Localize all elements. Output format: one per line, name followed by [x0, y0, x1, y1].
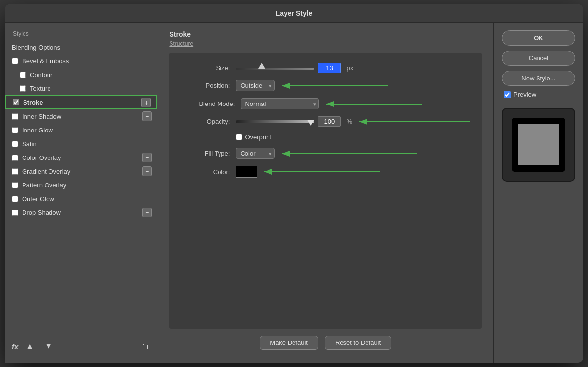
position-row: Position: Outside Inside Center	[181, 80, 470, 91]
opacity-arrow	[357, 117, 470, 126]
sidebar-item-label: Drop Shadow	[22, 209, 150, 216]
sidebar-item-label: Outer Glow	[22, 195, 150, 203]
overprint-checkbox[interactable]	[236, 134, 242, 140]
pattern-overlay-checkbox[interactable]	[12, 182, 18, 188]
delete-button[interactable]: 🗑	[142, 342, 150, 351]
overprint-label: Overprint	[245, 133, 271, 141]
size-label: Size:	[181, 64, 230, 72]
sidebar-item-blending-options[interactable]: Blending Options	[5, 40, 157, 54]
sidebar-item-inner-glow[interactable]: Inner Glow	[5, 123, 157, 137]
opacity-slider-track[interactable]	[236, 118, 314, 125]
sidebar-item-label: Contour	[30, 71, 150, 79]
content-panel: Size: 13 px Position:	[169, 53, 482, 329]
blend-mode-select[interactable]: Normal Multiply Screen Overlay	[241, 98, 319, 109]
position-arrow	[280, 81, 388, 90]
sidebar-item-label: Blending Options	[12, 44, 150, 51]
blend-mode-arrow	[324, 100, 422, 108]
size-slider-track[interactable]	[236, 65, 314, 72]
position-select-wrapper: Outside Inside Center	[236, 80, 275, 91]
reset-to-default-button[interactable]: Reset to Default	[325, 336, 391, 350]
overprint-checkbox-row: Overprint	[236, 133, 271, 141]
blend-mode-label: Blend Mode:	[181, 100, 235, 107]
size-slider-thumb[interactable]	[258, 63, 265, 69]
preview-checkbox[interactable]	[504, 91, 511, 98]
color-overlay-plus-button[interactable]: +	[142, 153, 152, 162]
sidebar-item-color-overlay[interactable]: Color Overlay +	[5, 151, 157, 164]
opacity-slider-thumb[interactable]	[307, 120, 314, 126]
outer-glow-checkbox[interactable]	[12, 196, 18, 202]
inner-glow-checkbox[interactable]	[12, 127, 18, 133]
opacity-input[interactable]: 100	[318, 116, 341, 127]
drop-shadow-plus-button[interactable]: +	[142, 208, 152, 217]
sidebar-footer: fx ▲ ▼ 🗑	[5, 335, 157, 358]
overprint-row: Overprint	[181, 133, 470, 141]
fill-type-select-wrapper: Color Gradient Pattern	[236, 148, 275, 159]
gradient-overlay-checkbox[interactable]	[12, 168, 18, 175]
right-panel: OK Cancel New Style... Preview	[493, 23, 583, 363]
fill-type-arrow	[280, 149, 417, 158]
sidebar-header: Styles	[5, 27, 157, 40]
sidebar-item-label: Stroke	[23, 99, 149, 106]
sidebar-item-stroke[interactable]: Stroke +	[5, 95, 157, 109]
inner-shadow-plus-button[interactable]: +	[142, 111, 152, 121]
inner-shadow-checkbox[interactable]	[12, 113, 18, 120]
new-style-button[interactable]: New Style...	[502, 71, 575, 86]
fill-type-row: Fill Type: Color Gradient Pattern	[181, 148, 470, 159]
color-swatch[interactable]	[236, 166, 257, 178]
structure-subtitle: Structure	[169, 40, 482, 47]
position-select[interactable]: Outside Inside Center	[236, 80, 275, 91]
blend-mode-row: Blend Mode: Normal Multiply Screen Overl…	[181, 98, 470, 109]
sidebar-item-pattern-overlay[interactable]: Pattern Overlay	[5, 178, 157, 192]
position-label: Position:	[181, 82, 230, 89]
opacity-label: Opacity:	[181, 118, 230, 125]
sidebar-item-texture[interactable]: Texture	[5, 81, 157, 95]
ok-button[interactable]: OK	[502, 30, 575, 46]
fill-type-label: Fill Type:	[181, 150, 230, 157]
sidebar-item-bevel-emboss[interactable]: Bevel & Emboss	[5, 54, 157, 68]
sidebar-item-label: Bevel & Emboss	[22, 57, 150, 65]
section-title: Stroke	[169, 30, 482, 38]
fill-type-select[interactable]: Color Gradient Pattern	[236, 148, 275, 159]
move-up-button[interactable]: ▲	[23, 340, 37, 353]
sidebar-item-label: Pattern Overlay	[22, 182, 150, 189]
fx-label: fx	[12, 342, 18, 351]
stroke-checkbox[interactable]	[13, 99, 19, 105]
color-overlay-checkbox[interactable]	[12, 155, 18, 161]
size-unit: px	[346, 64, 353, 72]
contour-checkbox[interactable]	[20, 72, 26, 78]
opacity-row: Opacity: 100 %	[181, 116, 470, 127]
preview-label: Preview	[514, 91, 536, 98]
main-content: Stroke Structure Size: 13 px	[157, 23, 493, 363]
sidebar-item-inner-shadow[interactable]: Inner Shadow +	[5, 109, 157, 123]
sidebar-item-label: Gradient Overlay	[22, 168, 150, 175]
color-arrow	[262, 167, 380, 176]
dialog-body: Styles Blending Options Bevel & Emboss C…	[5, 23, 583, 363]
cancel-button[interactable]: Cancel	[502, 51, 575, 66]
sidebar-item-satin[interactable]: Satin	[5, 137, 157, 151]
sidebar-item-label: Satin	[22, 140, 150, 148]
drop-shadow-checkbox[interactable]	[12, 210, 18, 216]
layer-style-dialog: Layer Style Styles Blending Options Beve…	[5, 4, 583, 363]
preview-inner	[512, 118, 565, 172]
sidebar-item-outer-glow[interactable]: Outer Glow	[5, 192, 157, 206]
sidebar-item-label: Inner Glow	[22, 127, 150, 134]
size-row: Size: 13 px	[181, 63, 470, 73]
dialog-title: Layer Style	[5, 4, 583, 23]
sidebar-item-label: Color Overlay	[22, 154, 150, 161]
sidebar-item-label: Texture	[30, 85, 150, 92]
gradient-overlay-plus-button[interactable]: +	[142, 166, 152, 176]
make-default-button[interactable]: Make Default	[260, 336, 318, 350]
stroke-plus-button[interactable]: +	[141, 98, 151, 107]
satin-checkbox[interactable]	[12, 141, 18, 147]
bevel-emboss-checkbox[interactable]	[12, 58, 18, 64]
texture-checkbox[interactable]	[20, 85, 26, 92]
opacity-unit: %	[346, 118, 352, 125]
sidebar-item-drop-shadow[interactable]: Drop Shadow +	[5, 206, 157, 219]
move-down-button[interactable]: ▼	[42, 340, 55, 353]
size-input[interactable]: 13	[318, 63, 341, 73]
sidebar-item-contour[interactable]: Contour	[5, 68, 157, 81]
sidebar-item-gradient-overlay[interactable]: Gradient Overlay +	[5, 164, 157, 178]
preview-row: Preview	[502, 91, 575, 98]
blend-mode-select-wrapper: Normal Multiply Screen Overlay	[241, 98, 319, 109]
sidebar: Styles Blending Options Bevel & Emboss C…	[5, 23, 157, 363]
